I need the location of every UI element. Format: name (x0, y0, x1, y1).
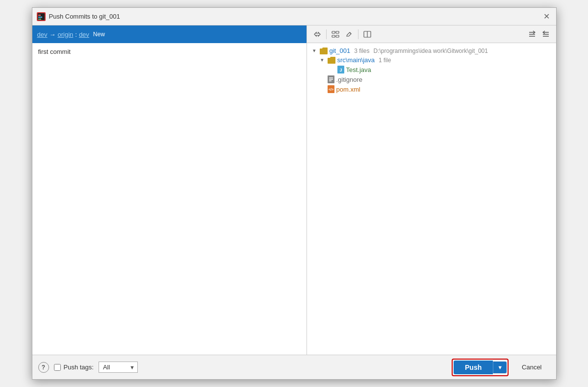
xml-file-icon: </> (328, 85, 334, 93)
file-tree: ▾ git_001 3 files D:\programmings\idea w… (307, 43, 556, 355)
commit-item[interactable]: first commit (37, 46, 302, 57)
close-button[interactable]: ✕ (541, 11, 552, 22)
title-bar-left: Push Commits to git_001 (36, 12, 120, 22)
folder-icon-root (320, 48, 328, 54)
help-button[interactable]: ? (38, 362, 49, 373)
update-remote-button[interactable] (311, 28, 324, 41)
commits-list: first commit (32, 43, 307, 355)
root-folder-label: git_001 (330, 47, 351, 54)
toolbar-separator-2 (358, 29, 358, 39)
svg-text:</>: </> (328, 88, 333, 91)
app-icon (36, 12, 46, 22)
root-folder-meta: 3 files (354, 48, 369, 54)
gitignore-label: .gitignore (336, 76, 362, 83)
svg-rect-3 (38, 17, 42, 18)
split-button[interactable] (361, 28, 374, 41)
right-toolbar (307, 25, 556, 43)
tree-row-gitignore[interactable]: ▾ .gitignore (309, 74, 554, 84)
root-folder-path: D:\programmings\idea work\Gitwork\git_00… (374, 48, 488, 54)
collapse-all-icon (528, 30, 536, 38)
edit-icon (345, 30, 353, 38)
dialog-title: Push Commits to git_001 (49, 13, 120, 20)
gitignore-file-icon (328, 75, 334, 83)
push-dropdown-button[interactable]: ▼ (493, 362, 507, 373)
src-folder-label: src\main\java (337, 56, 375, 64)
from-branch[interactable]: dev (37, 31, 48, 38)
tree-row-pom-xml[interactable]: ▾ </> pom.xml (309, 84, 554, 94)
svg-rect-2 (38, 15, 41, 16)
expand-all-button[interactable] (539, 28, 552, 41)
tree-row-test-java[interactable]: ▾ J Test.java (309, 65, 554, 74)
left-panel: dev → origin : dev New first commit (32, 25, 307, 355)
cancel-button[interactable]: Cancel (513, 360, 550, 374)
java-file-icon: J (337, 66, 344, 73)
push-tags-text: Push tags: (64, 363, 94, 371)
src-folder-meta: 1 file (379, 57, 391, 64)
push-dropdown-arrow-icon: ▼ (497, 364, 503, 370)
title-bar: Push Commits to git_001 ✕ (32, 8, 556, 25)
toolbar-separator-1 (326, 29, 327, 39)
update-remote-icon (313, 30, 321, 38)
tags-select-wrapper: All ▼ (99, 362, 138, 373)
new-badge: New (93, 31, 105, 38)
tree-row-root[interactable]: ▾ git_001 3 files D:\programmings\idea w… (309, 46, 554, 55)
pom-xml-label: pom.xml (336, 86, 360, 93)
remote-name[interactable]: origin (57, 31, 73, 38)
group-button[interactable] (329, 28, 342, 41)
right-panel: ▾ git_001 3 files D:\programmings\idea w… (307, 25, 556, 355)
svg-rect-7 (332, 35, 335, 37)
svg-text:J: J (339, 68, 342, 73)
chevron-down-icon-src: ▾ (319, 57, 326, 63)
tags-select[interactable]: All (99, 362, 138, 373)
push-commits-dialog: Push Commits to git_001 ✕ dev → origin :… (32, 7, 557, 380)
split-icon (363, 30, 371, 38)
push-button-wrapper: Push ▼ (452, 359, 509, 376)
group-icon (332, 30, 339, 38)
svg-rect-5 (332, 31, 335, 33)
push-button[interactable]: Push (454, 361, 493, 374)
collapse-all-button[interactable] (526, 28, 538, 41)
folder-icon-src (328, 57, 335, 64)
to-branch[interactable]: dev (79, 31, 89, 38)
chevron-down-icon: ▾ (311, 48, 318, 54)
branch-separator: : (75, 31, 77, 38)
branch-header: dev → origin : dev New (32, 25, 307, 43)
test-java-label: Test.java (346, 66, 371, 73)
bottom-bar: ? Push tags: All ▼ Push ▼ Cancel (32, 355, 556, 379)
app-icon-svg (37, 12, 46, 21)
svg-rect-6 (336, 31, 339, 33)
svg-rect-8 (336, 35, 339, 37)
edit-button[interactable] (343, 28, 356, 41)
main-content: dev → origin : dev New first commit (32, 25, 556, 355)
tree-row-src[interactable]: ▾ src\main\java 1 file (309, 55, 554, 65)
push-tags-label: Push tags: (54, 363, 94, 371)
svg-rect-4 (38, 19, 41, 20)
push-tags-checkbox[interactable] (54, 364, 61, 371)
expand-all-icon (542, 30, 550, 38)
branch-arrow: → (49, 31, 55, 38)
